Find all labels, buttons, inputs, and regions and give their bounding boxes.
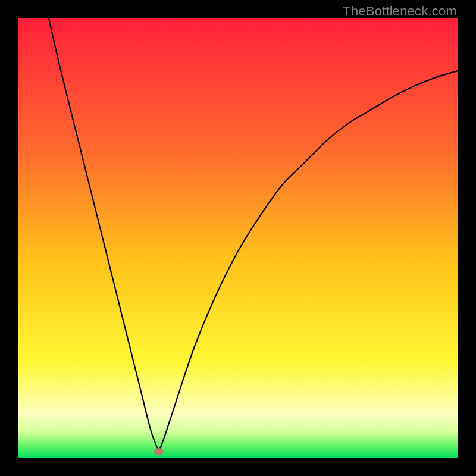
chart-frame: TheBottleneck.com: [0, 0, 476, 476]
marker-dot: [154, 448, 164, 455]
plot-area: [18, 18, 458, 458]
chart-svg: [18, 18, 458, 458]
brand-label: TheBottleneck.com: [343, 4, 457, 19]
gradient-background: [18, 18, 458, 458]
